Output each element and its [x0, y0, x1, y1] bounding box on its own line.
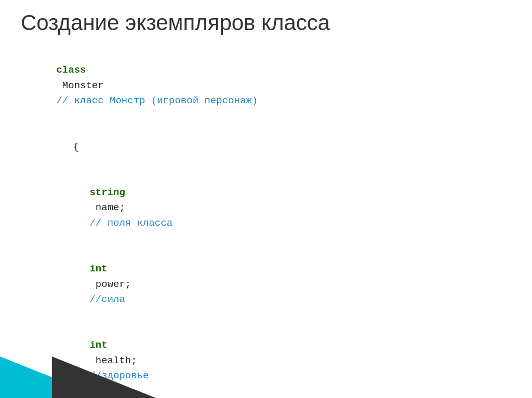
comment-2: // поля класса: [89, 217, 172, 229]
code-block: class Monster // класс Монстр (игровой п…: [21, 48, 511, 398]
bottom-decoration: [0, 356, 532, 398]
code-line-3: string name; // поля класса: [54, 170, 511, 246]
page: Создание экземпляров класса class Monste…: [0, 0, 532, 398]
page-title: Создание экземпляров класса: [21, 10, 511, 35]
type-string: string: [89, 187, 125, 198]
comment-3: //сила: [89, 294, 125, 305]
code-text: power;: [89, 279, 161, 290]
keyword-class: class: [56, 64, 86, 76]
code-line-1: class Monster // класс Монстр (игровой п…: [21, 48, 511, 124]
code-text: name;: [89, 202, 184, 213]
type-int-2: int: [89, 339, 107, 351]
type-int-1: int: [89, 263, 107, 275]
brace-open: {: [73, 141, 78, 153]
code-line-2: {: [37, 124, 511, 170]
comment-1: // класс Монстр (игровой персонаж): [56, 95, 258, 106]
code-text: Monster: [56, 80, 115, 91]
code-line-4: int power; //сила: [54, 246, 511, 323]
triangle-dark: [52, 356, 156, 398]
